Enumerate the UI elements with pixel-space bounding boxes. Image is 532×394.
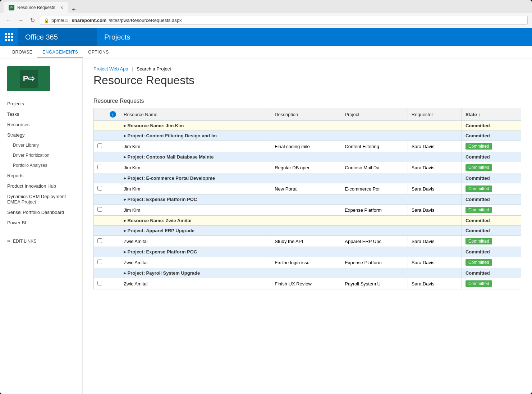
waffle-dot-1 <box>5 33 7 35</box>
tab-browse[interactable]: BROWSE <box>7 47 37 58</box>
tab-close-button[interactable]: × <box>60 5 63 10</box>
row-checkbox[interactable] <box>97 238 102 243</box>
td-empty <box>94 247 106 257</box>
sidebar-item-driver-library[interactable]: Driver Library <box>0 140 82 150</box>
waffle-menu-button[interactable] <box>0 28 18 46</box>
th-description[interactable]: Description <box>271 108 341 121</box>
address-bar[interactable]: 🔒 ppmeu1.sharepoint.com/sites/pwa/Resour… <box>40 16 528 25</box>
table-row: ▸ Project: Payroll System Upgrade Commit… <box>94 268 521 278</box>
sidebar-item-product-innovation[interactable]: Product Innovation Hub <box>0 181 82 191</box>
table-row: ▸ Project: Expense Platform POC Committe… <box>94 247 521 257</box>
info-icon[interactable]: i <box>110 111 116 118</box>
td-empty <box>106 131 120 141</box>
waffle-dot-9 <box>11 39 13 41</box>
table-row: ▸ Project: E-commerce Portal Developme C… <box>94 173 521 183</box>
td-checkbox[interactable] <box>94 183 106 194</box>
back-button[interactable]: ← <box>4 16 13 25</box>
refresh-button[interactable]: ↻ <box>29 15 36 25</box>
th-state[interactable]: State ↑ <box>462 108 521 121</box>
active-tab[interactable]: P Resource Requests × <box>4 2 68 13</box>
td-resource-name: Jim Kim <box>120 141 271 152</box>
table-row: ▸ Resource Name: Jim Kim Committed <box>94 121 521 131</box>
td-checkbox[interactable] <box>94 205 106 216</box>
table-row: ▸ Project: Contoso Mail Database Mainte … <box>94 152 521 162</box>
breadcrumb-pwa-link[interactable]: Project Web App <box>93 66 128 72</box>
td-empty <box>106 173 120 183</box>
logo-letter: P⇨ <box>23 74 35 83</box>
waffle-dot-5 <box>8 36 10 38</box>
sidebar-item-strategy[interactable]: Strategy <box>0 130 82 140</box>
td-state: Committed <box>462 152 521 162</box>
group-project-label: ▸ Project: Expense Platform POC <box>120 194 462 205</box>
td-state: Committed <box>462 257 521 268</box>
td-state: Committed <box>462 226 521 236</box>
browser-window: P Resource Requests × + ← → ↻ 🔒 ppmeu1.s… <box>0 0 532 394</box>
tab-options[interactable]: OPTIONS <box>83 47 114 58</box>
sidebar-item-resources[interactable]: Resources <box>0 119 82 130</box>
td-checkbox[interactable] <box>94 257 106 268</box>
url-prefix: ppmeu1. <box>51 18 70 23</box>
td-resource-name: Jim Kim <box>120 162 271 173</box>
forward-button[interactable]: → <box>17 16 25 25</box>
waffle-dot-8 <box>8 39 10 41</box>
sidebar-item-projects[interactable]: Projects <box>0 98 82 109</box>
td-empty <box>94 268 106 278</box>
th-resource-name[interactable]: Resource Name <box>120 108 271 121</box>
td-checkbox[interactable] <box>94 141 106 152</box>
sidebar-item-portfolio-analyses[interactable]: Portfolio Analyses <box>0 160 82 170</box>
content-header: Project Web App | Search a Project Resou… <box>83 59 532 98</box>
table-header-row: i Resource Name Description Project Requ… <box>94 108 521 121</box>
td-empty <box>94 152 106 162</box>
td-requester: Sara Davis <box>408 183 462 194</box>
row-checkbox[interactable] <box>97 143 102 148</box>
waffle-icon <box>5 33 13 41</box>
table-row: ▸ Project: Apparel ERP Upgrade Committed <box>94 226 521 236</box>
table-row: Jim Kim Regular DB oper Contoso Mail Da … <box>94 162 521 173</box>
table-row: Jim Kim New Portal E-commerce Por Sara D… <box>94 183 521 194</box>
td-checkbox[interactable] <box>94 162 106 173</box>
section-title: Resource Requests <box>83 98 532 104</box>
tab-favicon: P <box>9 5 14 10</box>
sidebar-item-reports[interactable]: Reports <box>0 170 82 181</box>
pencil-icon: ✏ <box>7 239 11 244</box>
row-checkbox[interactable] <box>97 165 102 169</box>
th-requester[interactable]: Requester <box>408 108 462 121</box>
table-row: Zwie Amitai Fix the login issu Expense P… <box>94 257 521 268</box>
td-empty <box>94 121 106 131</box>
url-domain: sharepoint.com <box>72 18 107 23</box>
row-checkbox[interactable] <box>97 186 102 191</box>
state-badge: Committed <box>466 259 492 266</box>
office-brand[interactable]: Office 365 <box>18 28 97 46</box>
td-checkbox[interactable] <box>94 278 106 289</box>
td-project: Contoso Mail Da <box>341 162 408 173</box>
td-empty <box>106 216 120 226</box>
td-state: Committed <box>462 278 521 289</box>
edit-links-button[interactable]: ✏ EDIT LINKS <box>0 232 82 251</box>
sidebar-item-dynamics-crm[interactable]: Dynamics CRM Deployment EMEA Project <box>0 191 82 207</box>
sidebar-item-driver-prioritization[interactable]: Driver Prioritization <box>0 150 82 160</box>
td-state: Committed <box>462 141 521 152</box>
data-table-container: i Resource Name Description Project Requ… <box>83 108 532 289</box>
td-state: Committed <box>462 268 521 278</box>
row-checkbox[interactable] <box>97 281 102 285</box>
sidebar-item-sensei[interactable]: Sensei Portfolio Dashboard <box>0 207 82 217</box>
state-badge: Committed <box>466 143 492 150</box>
browser-tabs: P Resource Requests × + <box>4 0 79 13</box>
main-layout: P⇨ Projects Tasks Resources Strategy Dri… <box>0 59 532 394</box>
tab-engagements[interactable]: ENGAGEMENTS <box>37 47 83 58</box>
tab-title: Resource Requests <box>17 5 55 10</box>
td-checkbox[interactable] <box>94 236 106 247</box>
row-checkbox[interactable] <box>97 207 102 212</box>
td-empty <box>94 226 106 236</box>
state-badge: Committed <box>466 185 492 192</box>
th-project[interactable]: Project <box>341 108 408 121</box>
new-tab-button[interactable]: + <box>69 6 79 13</box>
table-row: ▸ Project: Content Filtering Design and … <box>94 131 521 141</box>
td-info <box>106 257 120 268</box>
browser-titlebar: P Resource Requests × + <box>0 0 532 13</box>
row-checkbox[interactable] <box>97 260 102 264</box>
td-requester: Sara Davis <box>408 162 462 173</box>
sidebar-item-tasks[interactable]: Tasks <box>0 109 82 119</box>
project-logo: P⇨ <box>7 66 50 91</box>
sidebar-item-powerbi[interactable]: Power BI <box>0 217 82 228</box>
